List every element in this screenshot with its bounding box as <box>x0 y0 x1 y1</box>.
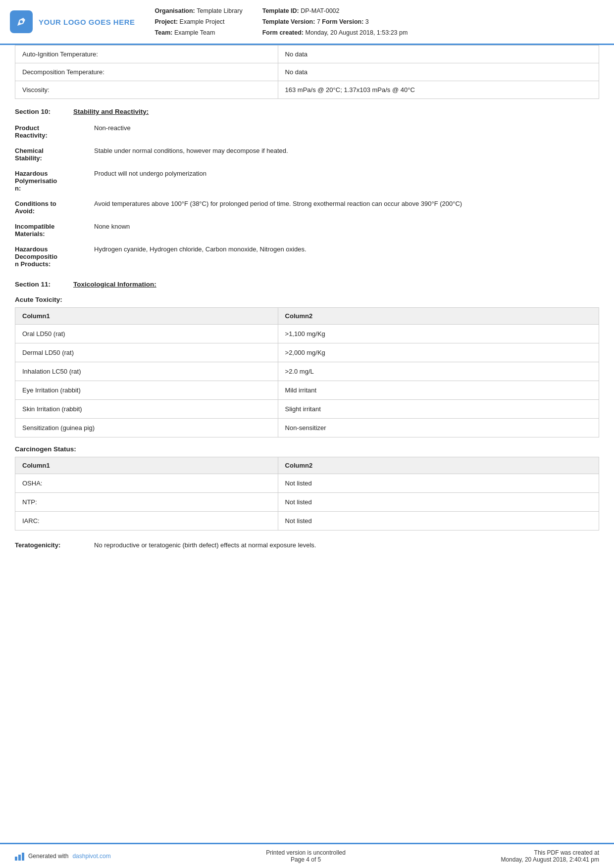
header-meta: Organisation: Template Library Project: … <box>145 6 599 38</box>
logo-icon <box>10 10 33 33</box>
section11-num: Section 11: <box>15 281 64 288</box>
acute-col2: Mild irritant <box>278 381 599 400</box>
acute-toxicity-label: Acute Toxicity: <box>15 296 599 303</box>
footer-center: Printed version is uncontrolled Page 4 o… <box>266 849 346 863</box>
acute-col1-header: Column1 <box>15 308 278 325</box>
template-id-line: Template ID: DP-MAT-0002 <box>262 6 408 16</box>
carcinogen-table-row: OSHA:Not listed <box>15 474 599 493</box>
carcinogen-table-row: NTP:Not listed <box>15 493 599 512</box>
project-line: Project: Example Project <box>155 17 243 27</box>
acute-table-row: Inhalation LC50 (rat)>2.0 mg/L <box>15 362 599 381</box>
section11-title: Toxicological Information: <box>73 281 156 288</box>
acute-table-row: Dermal LD50 (rat)>2,000 mg/Kg <box>15 343 599 362</box>
info-row: IncompatibleMaterials:None known <box>15 219 599 241</box>
acute-col1: Sensitization (guinea pig) <box>15 419 278 437</box>
prop-table-row: Viscosity:163 mPa/s @ 20°C; 1.37x103 mPa… <box>15 81 599 99</box>
prop-label: Auto-Ignition Temperature: <box>15 46 278 63</box>
footer-left: Generated with dashpivot.com <box>15 852 111 861</box>
footer-right-line1: This PDF was created at <box>501 849 599 856</box>
carcinogen-col2: Not listed <box>278 474 599 493</box>
acute-table-row: Sensitization (guinea pig)Non-sensitizer <box>15 419 599 437</box>
carcinogen-col1: NTP: <box>15 493 278 512</box>
teratogenicity-info-row: Teratogenicity: No reproductive or terat… <box>15 537 599 553</box>
field-value: Non-reactive <box>94 120 599 143</box>
prop-table-row: Decomposition Temperature:No data <box>15 63 599 81</box>
prop-label: Decomposition Temperature: <box>15 63 278 81</box>
field-key: Conditions toAvoid: <box>15 196 94 219</box>
prop-table-row: Auto-Ignition Temperature:No data <box>15 46 599 63</box>
prop-value: 163 mPa/s @ 20°C; 1.37x103 mPa/s @ 40°C <box>278 81 599 99</box>
carcinogen-col1-header: Column1 <box>15 457 278 474</box>
main-content: Auto-Ignition Temperature:No dataDecompo… <box>0 45 614 843</box>
acute-col1: Inhalation LC50 (rat) <box>15 362 278 381</box>
team-line: Team: Example Team <box>155 28 243 38</box>
carcinogen-table-row: IARC:Not listed <box>15 512 599 530</box>
acute-table-header-row: Column1 Column2 <box>15 308 599 325</box>
footer: Generated with dashpivot.com Printed ver… <box>0 843 614 868</box>
bar1 <box>15 857 17 861</box>
footer-generated-text: Generated with <box>28 853 68 860</box>
carcinogen-col2: Not listed <box>278 512 599 530</box>
section10-fields: ProductReactivity:Non-reactiveChemicalSt… <box>15 120 599 272</box>
teratogenicity-key: Teratogenicity: <box>15 537 94 553</box>
svg-point-0 <box>20 20 23 23</box>
field-key: HazardousPolymerisation: <box>15 166 94 196</box>
field-value: Hydrogen cyanide, Hydrogen chloride, Car… <box>94 241 599 272</box>
acute-col2: Slight irritant <box>278 400 599 419</box>
footer-right-line2: Monday, 20 August 2018, 2:40:41 pm <box>501 856 599 863</box>
carcinogen-col1: OSHA: <box>15 474 278 493</box>
field-value: None known <box>94 219 599 241</box>
prop-label: Viscosity: <box>15 81 278 99</box>
acute-toxicity-table: Column1 Column2 Oral LD50 (rat)>1,100 mg… <box>15 307 599 437</box>
info-row: Conditions toAvoid:Avoid temperatures ab… <box>15 196 599 219</box>
prop-value: No data <box>278 46 599 63</box>
acute-col1: Skin Irritation (rabbit) <box>15 400 278 419</box>
info-row: HazardousPolymerisation:Product will not… <box>15 166 599 196</box>
field-key: IncompatibleMaterials: <box>15 219 94 241</box>
carcinogen-header-row: Column1 Column2 <box>15 457 599 474</box>
info-row: HazardousDecomposition Products:Hydrogen… <box>15 241 599 272</box>
teratogenicity-value: No reproductive or teratogenic (birth de… <box>94 537 599 553</box>
teratogenicity-row: Teratogenicity: No reproductive or terat… <box>15 537 599 553</box>
carcinogen-col1: IARC: <box>15 512 278 530</box>
acute-col2: Non-sensitizer <box>278 419 599 437</box>
org-line: Organisation: Template Library <box>155 6 243 16</box>
header: YOUR LOGO GOES HERE Organisation: Templa… <box>0 0 614 45</box>
carcinogen-col2-header: Column2 <box>278 457 599 474</box>
header-meta-col-left: Organisation: Template Library Project: … <box>155 6 243 38</box>
acute-col2-header: Column2 <box>278 308 599 325</box>
footer-center-line1: Printed version is uncontrolled <box>266 849 346 856</box>
carcinogen-label: Carcinogen Status: <box>15 445 599 453</box>
footer-dashpivot-link[interactable]: dashpivot.com <box>72 853 110 860</box>
field-key: ProductReactivity: <box>15 120 94 143</box>
acute-col2: >2.0 mg/L <box>278 362 599 381</box>
field-key: ChemicalStability: <box>15 143 94 166</box>
property-table: Auto-Ignition Temperature:No dataDecompo… <box>15 45 599 99</box>
acute-table-row: Eye Irritation (rabbit)Mild irritant <box>15 381 599 400</box>
footer-center-line2: Page 4 of 5 <box>266 856 346 863</box>
footer-right: This PDF was created at Monday, 20 Augus… <box>501 849 599 863</box>
acute-table-row: Skin Irritation (rabbit)Slight irritant <box>15 400 599 419</box>
section11-header: Section 11: Toxicological Information: <box>15 281 599 288</box>
info-row: ChemicalStability:Stable under normal co… <box>15 143 599 166</box>
prop-value: No data <box>278 63 599 81</box>
acute-col2: >2,000 mg/Kg <box>278 343 599 362</box>
field-value: Product will not undergo polymerization <box>94 166 599 196</box>
field-value: Avoid temperatures above 100°F (38°C) fo… <box>94 196 599 219</box>
acute-col2: >1,100 mg/Kg <box>278 325 599 343</box>
version-line: Template Version: 7 Form Version: 3 <box>262 17 408 27</box>
info-row: ProductReactivity:Non-reactive <box>15 120 599 143</box>
page: YOUR LOGO GOES HERE Organisation: Templa… <box>0 0 614 868</box>
footer-bars-icon <box>15 852 24 861</box>
acute-table-row: Oral LD50 (rat)>1,100 mg/Kg <box>15 325 599 343</box>
acute-col1: Eye Irritation (rabbit) <box>15 381 278 400</box>
header-logo: YOUR LOGO GOES HERE <box>10 6 135 38</box>
acute-col1: Oral LD50 (rat) <box>15 325 278 343</box>
section10-title: Stability and Reactivity: <box>73 108 149 115</box>
carcinogen-table: Column1 Column2 OSHA:Not listedNTP:Not l… <box>15 457 599 530</box>
logo-text: YOUR LOGO GOES HERE <box>39 18 135 26</box>
header-meta-col-right: Template ID: DP-MAT-0002 Template Versio… <box>262 6 408 38</box>
bar3 <box>22 853 24 861</box>
bar2 <box>18 855 21 861</box>
carcinogen-col2: Not listed <box>278 493 599 512</box>
